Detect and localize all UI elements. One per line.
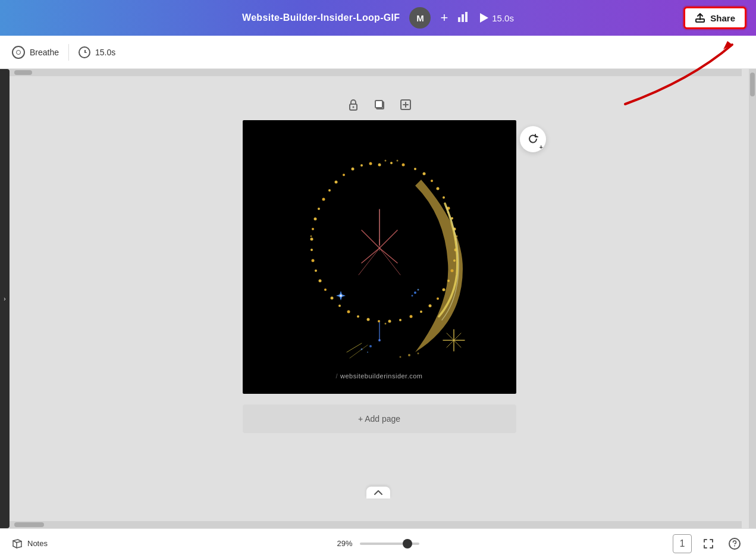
svg-point-54 [369,162,372,165]
svg-line-64 [379,248,397,263]
canvas-frame[interactable]: websitebuilderinsider.com [243,120,516,394]
right-scrollbar[interactable] [749,69,756,528]
fullscreen-button[interactable] [699,534,718,553]
notes-icon [12,539,23,548]
svg-point-59 [384,323,386,325]
svg-rect-8 [375,101,382,108]
refresh-icon [527,133,539,145]
svg-rect-3 [696,19,704,22]
svg-point-87 [536,136,537,137]
svg-point-39 [324,289,327,291]
svg-point-43 [310,249,313,251]
canvas-toolbar [345,96,414,113]
svg-point-81 [417,353,419,355]
svg-line-65 [359,248,379,275]
share-label: Share [710,13,735,23]
help-icon [728,537,741,550]
svg-rect-2 [465,12,468,22]
svg-line-63 [362,248,379,263]
page-number: 1 [680,538,685,549]
svg-point-80 [408,354,410,356]
play-duration: 15.0s [492,13,514,23]
clock-icon [79,46,90,58]
svg-point-46 [313,218,316,221]
svg-point-14 [422,173,425,175]
help-button[interactable] [725,534,744,553]
breathe-item: Breathe [12,46,68,59]
bottom-scrollbar-thumb [14,522,44,527]
svg-point-45 [312,228,314,230]
zoom-slider[interactable] [360,543,419,545]
bottom-scrollbar[interactable] [10,521,742,528]
left-panel-arrow-icon: › [4,296,5,302]
svg-point-78 [367,352,368,353]
svg-point-51 [343,174,345,176]
duplicate-icon[interactable] [371,96,388,113]
svg-point-6 [352,106,354,108]
svg-point-30 [409,315,412,318]
svg-point-69 [340,294,342,297]
svg-point-40 [318,280,321,283]
firework-svg [243,120,516,394]
breathe-label: Breathe [30,48,59,57]
lock-icon[interactable] [345,96,362,113]
user-avatar[interactable]: M [409,7,431,29]
svg-rect-0 [458,17,460,22]
svg-point-29 [420,311,422,313]
breathe-icon [12,46,25,59]
svg-point-28 [428,305,431,308]
svg-point-56 [396,160,398,162]
svg-point-47 [318,208,320,210]
svg-point-79 [369,345,372,347]
svg-point-24 [450,269,453,272]
svg-point-11 [390,162,393,164]
svg-point-16 [436,187,439,190]
play-button[interactable]: 15.0s [480,13,514,23]
add-page-button[interactable]: + Add page [243,405,516,433]
svg-point-55 [384,160,386,162]
svg-point-37 [338,305,341,307]
svg-point-42 [311,259,314,262]
zoom-slider-thumb[interactable] [403,539,412,548]
svg-point-10 [378,164,381,167]
svg-point-48 [322,198,325,201]
svg-point-32 [388,320,391,323]
page-number-button[interactable]: 1 [673,534,692,553]
add-element-icon[interactable] [397,96,414,113]
expand-icon [703,538,714,549]
bottom-bar: Notes 29% 1 [0,528,756,558]
svg-point-23 [453,259,456,262]
zoom-controls: 29% [337,539,419,548]
share-button[interactable]: Share [683,7,746,29]
project-title: Website-Builder-Insider-Loop-GIF [242,12,400,23]
svg-point-70 [414,291,416,294]
svg-point-13 [414,168,416,170]
duration-item: 15.0s [69,46,125,58]
svg-point-53 [360,164,363,167]
svg-point-38 [330,297,333,300]
expand-panel-button[interactable] [366,487,390,499]
zoom-percentage: 29% [337,539,352,548]
svg-point-89 [734,545,735,546]
top-scrollbar[interactable] [10,69,742,76]
analytics-icon[interactable] [457,11,470,25]
refresh-plus: + [539,144,543,151]
duration-label: 15.0s [95,48,115,57]
svg-point-31 [399,319,401,321]
svg-point-49 [328,189,331,192]
svg-point-36 [347,311,350,314]
svg-line-66 [379,248,400,275]
svg-point-25 [447,280,450,282]
svg-point-12 [401,164,404,167]
bottom-right-controls: 1 [673,534,744,553]
main-area: › [0,69,756,528]
refresh-button[interactable]: + [520,126,546,152]
add-button[interactable]: + [440,11,448,24]
svg-point-17 [443,196,445,199]
left-panel-toggle[interactable]: › [0,69,10,528]
play-triangle-icon [480,13,488,23]
svg-point-84 [378,339,381,341]
svg-rect-1 [462,14,464,22]
top-header: Website-Builder-Insider-Loop-GIF M + 15.… [0,0,756,36]
svg-point-35 [357,315,359,318]
